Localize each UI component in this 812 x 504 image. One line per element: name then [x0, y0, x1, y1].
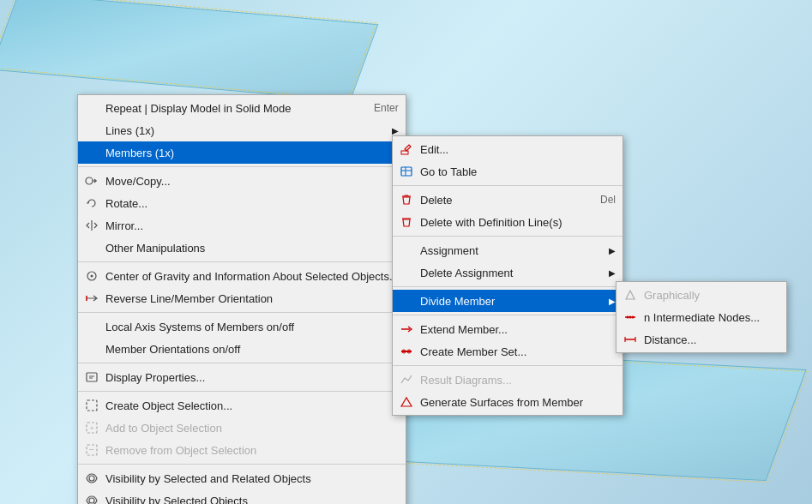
svg-point-2 — [91, 275, 93, 278]
lines-label: Lines (1x) — [105, 124, 383, 137]
svg-point-29 — [632, 316, 635, 319]
members-label: Members (1x) — [105, 147, 383, 159]
other-manip-icon — [83, 239, 100, 256]
divide-member-icon — [398, 292, 415, 309]
menu-item-add-selection[interactable]: + Add to Object Selection — [78, 417, 406, 439]
delete-assignment-arrow: ▶ — [609, 268, 616, 278]
move-copy-icon — [83, 172, 100, 189]
divide-member-label: Divide Member — [420, 295, 600, 308]
menu-item-member-orient[interactable]: Member Orientations on/off — [78, 338, 406, 360]
menu-item-edit[interactable]: Edit... — [393, 138, 623, 160]
display-props-label: Display Properties... — [105, 371, 399, 384]
reverse-label: Reverse Line/Member Orientation — [105, 292, 399, 305]
remove-selection-icon: − — [83, 441, 100, 459]
mirror-label: Mirror... — [105, 219, 399, 232]
menu-item-delete-assignment[interactable]: Delete Assignment ▶ — [393, 261, 623, 284]
visibility-selected-icon — [83, 492, 100, 504]
menu-item-lines[interactable]: Lines (1x) ▶ — [78, 119, 406, 141]
svg-rect-7 — [87, 400, 97, 411]
distance-label: Distance... — [644, 333, 779, 346]
graphically-label: Graphically — [644, 289, 779, 302]
menu-item-result-diagrams[interactable]: Result Diagrams... — [393, 369, 623, 391]
members-icon — [83, 144, 100, 161]
menu-item-repeat[interactable]: Repeat | Display Model in Solid Mode Ent… — [78, 97, 406, 119]
svg-point-13 — [89, 498, 94, 503]
edit-label: Edit... — [420, 143, 616, 156]
menu-item-members[interactable]: Members (1x) ▶ — [78, 141, 406, 164]
svg-point-28 — [629, 316, 632, 319]
center-gravity-label: Center of Gravity and Information About … — [105, 270, 399, 283]
sep-sec-1 — [393, 185, 623, 186]
separator-4 — [78, 363, 406, 363]
delete-with-def-label: Delete with Definition Line(s) — [420, 216, 616, 229]
create-selection-label: Create Object Selection... — [105, 399, 399, 412]
menu-item-center-gravity[interactable]: Center of Gravity and Information About … — [78, 265, 406, 287]
graphically-icon — [622, 286, 639, 303]
generate-surfaces-icon — [398, 393, 415, 411]
separator-1 — [78, 166, 406, 167]
separator-6 — [78, 464, 406, 465]
visibility-selected-label: Visibility by Selected Objects — [105, 495, 399, 505]
menu-item-mirror[interactable]: Mirror... — [78, 214, 406, 237]
menu-item-go-to-table[interactable]: Go to Table — [393, 160, 623, 183]
separator-3 — [78, 312, 406, 313]
svg-point-0 — [86, 177, 93, 184]
result-diagrams-label: Result Diagrams... — [420, 374, 616, 387]
svg-marker-24 — [401, 398, 412, 406]
lines-arrow: ▶ — [392, 126, 399, 135]
remove-selection-label: Remove from Object Selection — [105, 444, 399, 457]
svg-rect-17 — [401, 167, 412, 176]
create-member-set-label: Create Member Set... — [420, 345, 616, 358]
delete-shortcut: Del — [600, 194, 616, 206]
menu-item-divide-member[interactable]: Divide Member ▶ — [393, 290, 623, 312]
menu-item-delete[interactable]: Delete Del — [393, 189, 623, 211]
extend-member-label: Extend Member... — [420, 323, 616, 336]
menu-item-other-manip[interactable]: Other Manipulations ▶ — [78, 237, 406, 259]
sep-sec-4 — [393, 315, 623, 315]
display-props-icon — [83, 369, 100, 386]
delete-icon — [398, 191, 415, 208]
edit-icon — [398, 141, 415, 158]
visibility-related-label: Visibility by Selected and Related Objec… — [105, 472, 399, 485]
menu-item-assignment[interactable]: Assignment ▶ — [393, 239, 623, 261]
delete-assignment-icon — [398, 264, 415, 281]
menu-item-extend-member[interactable]: Extend Member... — [393, 318, 623, 340]
menu-item-reverse[interactable]: Reverse Line/Member Orientation — [78, 287, 406, 309]
assignment-icon — [398, 242, 415, 259]
local-axis-label: Local Axis Systems of Members on/off — [105, 321, 399, 333]
separator-2 — [78, 261, 406, 262]
reverse-icon — [83, 290, 100, 307]
menu-item-display-props[interactable]: Display Properties... — [78, 366, 406, 388]
menu-item-visibility-related[interactable]: Visibility by Selected and Related Objec… — [78, 467, 406, 489]
create-selection-icon — [83, 397, 100, 414]
assignment-label: Assignment — [420, 244, 600, 257]
menu-item-create-member-set[interactable]: Create Member Set... — [393, 340, 623, 363]
menu-item-delete-with-def[interactable]: Delete with Definition Line(s) — [393, 211, 623, 233]
assignment-arrow: ▶ — [609, 246, 616, 255]
context-menu-tertiary: Graphically n Intermediate Nodes... Dist… — [616, 281, 787, 353]
menu-item-create-selection[interactable]: Create Object Selection... — [78, 394, 406, 417]
visibility-related-icon — [83, 470, 100, 487]
menu-item-remove-selection[interactable]: − Remove from Object Selection — [78, 439, 406, 461]
svg-marker-25 — [626, 291, 635, 299]
svg-text:+: + — [90, 424, 94, 432]
menu-item-local-axis[interactable]: Local Axis Systems of Members on/off — [78, 315, 406, 338]
generate-surfaces-label: Generate Surfaces from Member — [420, 396, 616, 409]
menu-item-generate-surfaces[interactable]: Generate Surfaces from Member — [393, 391, 623, 413]
menu-item-n-intermediate[interactable]: n Intermediate Nodes... — [617, 306, 786, 328]
delete-with-def-icon — [398, 213, 415, 231]
svg-text:−: − — [89, 445, 94, 454]
context-menu-primary: Repeat | Display Model in Solid Mode Ent… — [77, 94, 406, 504]
menu-item-distance[interactable]: Distance... — [617, 328, 786, 351]
member-orient-label: Member Orientations on/off — [105, 343, 399, 356]
menu-item-rotate[interactable]: Rotate... — [78, 192, 406, 214]
distance-icon — [622, 331, 639, 348]
menu-item-move-copy[interactable]: Move/Copy... — [78, 170, 406, 192]
menu-item-graphically[interactable]: Graphically — [617, 284, 786, 306]
repeat-icon — [83, 99, 100, 117]
create-member-set-icon — [398, 343, 415, 360]
mirror-icon — [83, 217, 100, 234]
menu-item-visibility-selected[interactable]: Visibility by Selected Objects — [78, 489, 406, 504]
svg-rect-4 — [87, 373, 97, 381]
separator-5 — [78, 391, 406, 392]
